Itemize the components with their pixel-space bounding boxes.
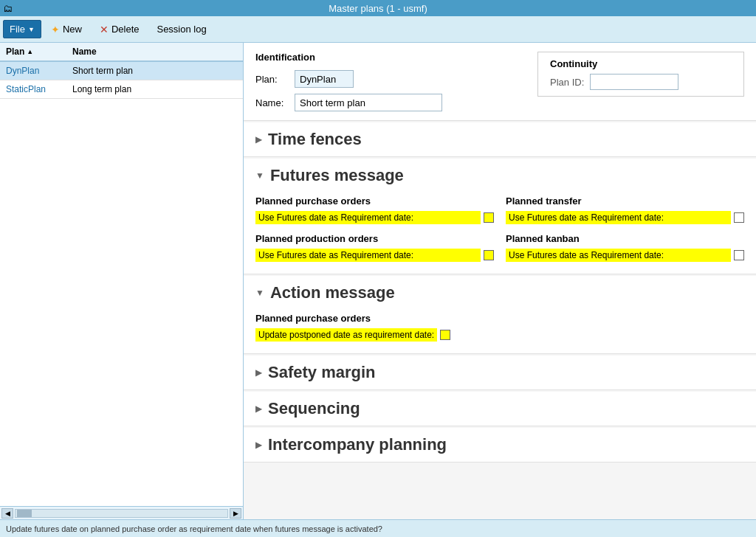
sequencing-title: Sequencing [268,399,360,418]
name-header-label: Name [72,46,97,57]
identification-title: Identification [255,52,442,63]
table-row[interactable]: StaticPlan Long term plan [0,80,243,99]
ppo-futures-label: Use Futures date as Requirement date: [255,211,481,224]
pprod-checkbox[interactable] [484,250,494,260]
name-label: Name: [255,97,289,108]
sort-icon: ▲ [27,48,33,55]
row-plan-value: StaticPlan [6,84,72,94]
scroll-thumb[interactable] [17,510,32,517]
futures-message-section: ▼ Futures message Planned purchase order… [244,159,756,274]
plan-input[interactable] [295,70,354,88]
action-message-section: ▼ Action message Planned purchase orders… [244,276,756,354]
intercompany-planning-header[interactable]: ▶ Intercompany planning [244,428,756,462]
continuity-title: Continuity [550,58,732,69]
delete-label: Delete [111,24,140,35]
delete-icon: ✕ [100,24,109,35]
planned-production-orders-title: Planned production orders [255,233,494,244]
name-input[interactable] [295,94,442,111]
safety-margin-toggle: ▶ [255,367,262,378]
scroll-track[interactable] [15,509,228,518]
row-plan-value: DynPlan [6,66,72,76]
futures-message-title: Futures message [270,166,404,185]
table-row[interactable]: DynPlan Short term plan [0,62,243,80]
pt-futures-label: Use Futures date as Requirement date: [506,211,731,224]
time-fences-toggle: ▶ [255,134,262,145]
planned-kanban-title: Planned kanban [506,233,744,244]
column-plan-header[interactable]: Plan ▲ [6,46,72,57]
status-bar: Update futures date on planned purchase … [0,519,756,537]
pprod-futures-label: Use Futures date as Requirement date: [255,249,481,262]
intercompany-toggle: ▶ [255,440,262,450]
action-ppo-title: Planned purchase orders [255,313,744,324]
action-ppo-checkbox[interactable] [440,330,450,340]
scroll-right-arrow[interactable]: ▶ [230,508,241,519]
planned-transfer-title: Planned transfer [506,195,744,207]
delete-button[interactable]: ✕ Delete [92,20,148,39]
grid-header: Plan ▲ Name [0,43,243,62]
futures-message-toggle: ▼ [255,170,264,181]
row-name-value: Short term plan [72,66,237,76]
ppo-checkbox[interactable] [484,212,494,223]
intercompany-title: Intercompany planning [268,435,447,454]
futures-message-content: Planned purchase orders Use Futures date… [244,193,756,274]
time-fences-section: ▶ Time fences [244,122,756,157]
action-ppo-label: Update postponed date as requirement dat… [255,328,437,342]
app-icon: 🗂 [3,3,13,14]
plan-header-label: Plan [6,46,24,57]
safety-margin-header[interactable]: ▶ Safety margin [244,356,756,389]
sequencing-section: ▶ Sequencing [244,392,756,426]
file-dropdown-icon: ▼ [28,26,35,33]
new-label: New [63,24,82,35]
pk-futures-label: Use Futures date as Requirement date: [506,249,731,262]
left-panel: Plan ▲ Name DynPlan Short term plan Stat… [0,43,244,519]
toolbar: File ▼ ✦ New ✕ Delete Session log [0,16,756,43]
column-name-header[interactable]: Name [72,46,237,57]
futures-message-header[interactable]: ▼ Futures message [244,159,756,193]
new-button[interactable]: ✦ New [43,20,90,39]
planned-purchase-orders-title: Planned purchase orders [255,195,494,207]
safety-margin-title: Safety margin [268,363,376,382]
status-text: Update futures date on planned purchase … [6,524,382,533]
action-message-title: Action message [270,283,395,302]
action-message-content: Planned purchase orders Update postponed… [244,310,756,353]
intercompany-planning-section: ▶ Intercompany planning [244,428,756,462]
right-panel: Identification Plan: Name: Continuity Pl… [244,43,756,519]
file-button[interactable]: File ▼ [3,20,41,38]
session-log-button[interactable]: Session log [148,20,214,38]
pk-checkbox[interactable] [734,250,744,260]
plan-id-input[interactable] [590,74,678,90]
row-name-value: Long term plan [72,84,237,94]
grid-rows: DynPlan Short term plan StaticPlan Long … [0,62,243,506]
plan-label: Plan: [255,74,289,85]
file-label: File [10,24,25,35]
action-message-toggle: ▼ [255,288,264,298]
action-message-header[interactable]: ▼ Action message [244,276,756,310]
continuity-box: Continuity Plan ID: [537,52,744,97]
title-bar-text: Master plans (1 - usmf) [329,3,427,14]
scroll-left-arrow[interactable]: ◀ [1,508,13,519]
plan-id-label: Plan ID: [550,77,584,88]
sequencing-toggle: ▶ [255,403,262,414]
sequencing-header[interactable]: ▶ Sequencing [244,392,756,426]
safety-margin-section: ▶ Safety margin [244,356,756,390]
pt-checkbox[interactable] [734,212,744,223]
horizontal-scrollbar[interactable]: ◀ ▶ [0,506,243,519]
new-icon: ✦ [51,24,60,35]
session-log-label: Session log [157,24,206,35]
identification-section: Identification Plan: Name: Continuity Pl… [244,43,756,121]
time-fences-title: Time fences [268,130,362,149]
time-fences-header[interactable]: ▶ Time fences [244,122,756,156]
